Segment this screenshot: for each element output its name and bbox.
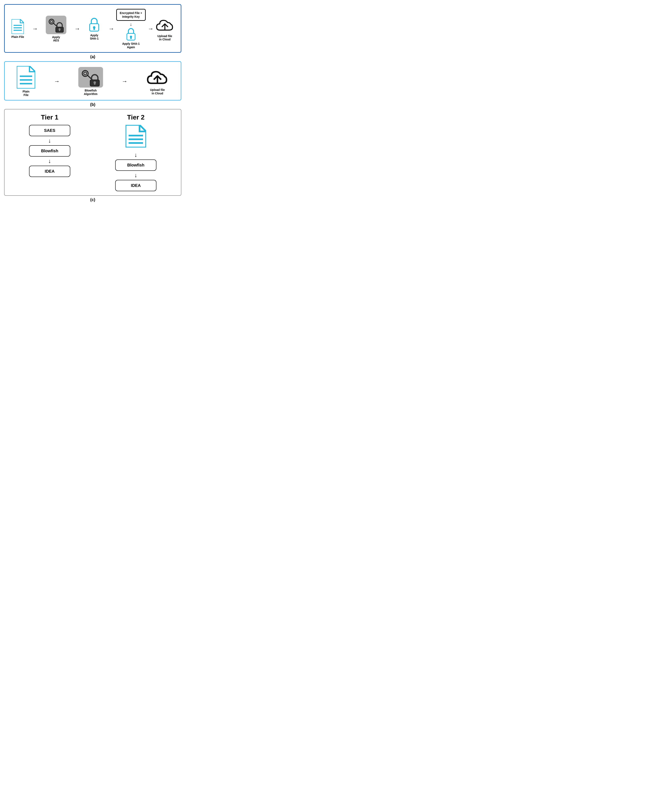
arrow-b-1: → <box>54 78 60 85</box>
caption-b: (b) <box>4 102 181 107</box>
plain-file-b-label: PlainFile <box>22 90 29 97</box>
plain-file-item: Plain File <box>11 19 24 39</box>
plain-file-b-item: PlainFile <box>17 66 35 97</box>
svg-rect-17 <box>130 37 132 39</box>
panel-c: Tier 1 SAES ↓ Blowfish ↓ IDEA Tier 2 ↓ <box>4 109 181 196</box>
svg-point-23 <box>83 71 88 76</box>
upload-cloud-b-label: Upload filein Cloud <box>150 88 165 95</box>
svg-rect-14 <box>93 28 95 30</box>
svg-marker-19 <box>17 66 35 89</box>
tier2-arrow-1: ↓ <box>134 152 137 158</box>
arrow-1: → <box>32 25 38 32</box>
sha1-again-lock-icon <box>125 28 137 41</box>
blowfish-algo-label: BlowfishAlgorithm <box>84 89 98 96</box>
plain-file-b-icon <box>17 66 35 89</box>
tier1-column: Tier 1 SAES ↓ Blowfish ↓ IDEA <box>11 113 89 191</box>
arrow-2: → <box>74 25 80 32</box>
tier1-blowfish-box: Blowfish <box>29 145 70 157</box>
caption-a: (a) <box>4 54 181 59</box>
tier2-arrow-2: ↓ <box>134 172 137 179</box>
enc-vertical: Encrypted File +Integrity Key ↓ Apply SH… <box>116 9 146 49</box>
panel-a: Plain File → <box>4 4 181 53</box>
tier2-idea-box: IDEA <box>115 180 156 191</box>
panel-b-flow: PlainFile → <box>8 66 178 97</box>
apply-sha1-item: ApplySHA-1 <box>88 17 100 41</box>
caption-c: (c) <box>4 198 181 202</box>
svg-marker-0 <box>12 19 24 34</box>
arrow-4: → <box>148 25 154 32</box>
diagram-section-a: Plain File → <box>4 4 181 59</box>
aes-box <box>46 16 66 34</box>
svg-point-5 <box>50 20 53 23</box>
upload-cloud-a-label: Upload filein Cloud <box>157 34 172 41</box>
tier2-title: Tier 2 <box>127 113 145 121</box>
tier2-blowfish-box: Blowfish <box>115 159 156 171</box>
tier2-column: Tier 2 ↓ Blowfish ↓ IDEA <box>97 113 175 191</box>
arrow-b-2: → <box>122 78 127 85</box>
arrow-down-1: ↓ <box>130 22 132 27</box>
panel-a-right-col: → Encrypted File +Integrity Key ↓ Apply … <box>108 9 174 49</box>
panel-a-flow: Plain File → <box>8 9 178 49</box>
panel-c-flow: Tier 1 SAES ↓ Blowfish ↓ IDEA Tier 2 ↓ <box>11 113 175 191</box>
svg-rect-30 <box>94 83 96 85</box>
tier1-saes-box: SAES <box>29 125 70 136</box>
panel-b: PlainFile → <box>4 61 181 101</box>
diagram-section-c: Tier 1 SAES ↓ Blowfish ↓ IDEA Tier 2 ↓ <box>4 109 181 202</box>
svg-point-24 <box>84 72 87 75</box>
enc-file-box: Encrypted File +Integrity Key <box>116 9 146 21</box>
tier1-arrow-1: ↓ <box>48 137 51 144</box>
svg-point-4 <box>49 19 54 24</box>
arrow-3: → <box>108 25 114 32</box>
blowfish-key-lock-icon <box>81 68 100 86</box>
plain-file-icon <box>12 19 24 34</box>
tier1-title: Tier 1 <box>41 113 59 121</box>
cloud-upload-icon-b <box>146 68 169 87</box>
upload-cloud-a-item: Upload filein Cloud <box>156 17 174 41</box>
key-lock-icon <box>48 17 64 32</box>
apply-aes-label: ApplyAES <box>52 35 60 42</box>
apply-sha1-again-label: Apply SHA-1Again <box>122 42 140 49</box>
sha1-lock-icon <box>88 17 100 32</box>
cloud-upload-icon-a <box>156 17 174 33</box>
diagram-section-b: PlainFile → <box>4 61 181 107</box>
apply-aes-item: ApplyAES <box>46 16 66 42</box>
tier1-idea-box: IDEA <box>29 165 70 177</box>
plain-file-label: Plain File <box>11 35 24 39</box>
blowfish-box <box>78 67 103 88</box>
tier2-file-icon <box>125 125 146 147</box>
blowfish-algo-item: BlowfishAlgorithm <box>78 67 103 96</box>
upload-cloud-b-item: Upload filein Cloud <box>146 68 169 95</box>
apply-sha1-label: ApplySHA-1 <box>90 34 98 41</box>
tier1-arrow-2: ↓ <box>48 158 51 164</box>
svg-rect-11 <box>59 29 60 31</box>
